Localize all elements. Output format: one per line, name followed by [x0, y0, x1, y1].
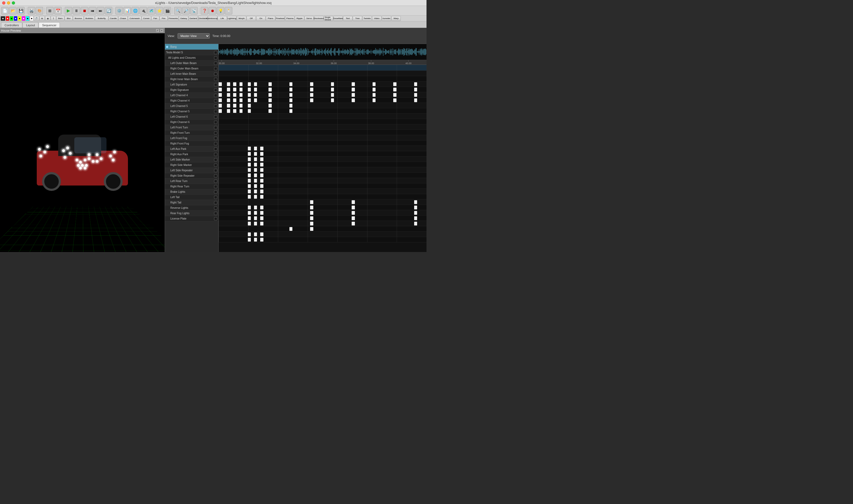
sequence-block[interactable]: [248, 93, 251, 97]
effect-4[interactable]: ■: [14, 16, 17, 21]
sequence-block[interactable]: [219, 104, 222, 108]
play-button[interactable]: ▶: [65, 7, 72, 15]
effect-47[interactable]: Warp: [391, 16, 401, 21]
sequence-block[interactable]: [219, 82, 222, 86]
effect-29[interactable]: Life: [217, 16, 227, 21]
channel-checkbox[interactable]: [214, 62, 217, 65]
sequence-block[interactable]: [260, 184, 263, 188]
sequence-row[interactable]: [219, 119, 427, 124]
sequence-block[interactable]: [254, 93, 257, 97]
sequence-block[interactable]: [373, 82, 376, 86]
sequence-block[interactable]: [310, 93, 313, 97]
sequence-block[interactable]: [248, 147, 251, 150]
sequence-block[interactable]: [331, 93, 334, 97]
effect-22[interactable]: Fan: [151, 16, 159, 21]
sequence-block[interactable]: [414, 222, 417, 226]
channel-checkbox[interactable]: [214, 217, 217, 220]
effect-42[interactable]: Text: [343, 16, 353, 21]
sequence-block[interactable]: [233, 98, 236, 102]
sequence-block[interactable]: [248, 104, 251, 108]
sequence-block[interactable]: [254, 195, 257, 199]
sequence-block[interactable]: [289, 82, 292, 86]
color-button[interactable]: 🎨: [36, 7, 43, 15]
effect-11[interactable]: ◈: [45, 16, 50, 21]
effect-5[interactable]: ■: [18, 16, 21, 21]
sequence-block[interactable]: [233, 88, 236, 91]
sequence-block[interactable]: [248, 216, 251, 220]
sequence-row[interactable]: [219, 87, 427, 92]
save-button[interactable]: 💾: [17, 7, 25, 15]
sequence-block[interactable]: [254, 174, 257, 177]
effect-8[interactable]: ■: [30, 16, 34, 21]
sequence-block[interactable]: [233, 93, 236, 97]
effect-15[interactable]: Bounce: [73, 16, 84, 21]
effect-33[interactable]: On: [256, 16, 266, 21]
effect-38[interactable]: Servo: [304, 16, 314, 21]
effect-21[interactable]: Comet: [142, 16, 151, 21]
sequence-row[interactable]: [219, 205, 427, 210]
sequence-block[interactable]: [260, 147, 263, 150]
channel-checkbox[interactable]: [214, 137, 217, 140]
sequence-block[interactable]: [260, 152, 263, 156]
timeline-grid[interactable]: 30.0032.0034.0036.0038.0040.0042.0044.00: [219, 44, 427, 252]
sequence-row[interactable]: [219, 82, 427, 87]
channel-checkbox[interactable]: [214, 142, 217, 145]
sequence-block[interactable]: [352, 88, 355, 91]
sequence-block[interactable]: [254, 157, 257, 161]
sequence-block[interactable]: [260, 205, 263, 209]
sequence-block[interactable]: [268, 82, 272, 86]
sequence-block[interactable]: [227, 104, 230, 108]
sequence-row[interactable]: [219, 141, 427, 146]
controller-button[interactable]: 📡: [190, 7, 198, 15]
sequence-block[interactable]: [227, 93, 230, 97]
effect-23[interactable]: Fire: [160, 16, 168, 21]
effect-18[interactable]: Candle: [109, 16, 118, 21]
channel-checkbox[interactable]: [214, 99, 217, 103]
channel-checkbox[interactable]: [214, 51, 217, 54]
forward-button[interactable]: ⏭: [97, 7, 104, 15]
channel-checkbox[interactable]: [214, 147, 217, 151]
sequence-block[interactable]: [248, 238, 251, 241]
effect-32[interactable]: Off: [247, 16, 256, 21]
effect-17[interactable]: Butterfly: [95, 16, 108, 21]
sequence-block[interactable]: [248, 195, 251, 199]
light-button[interactable]: 🕯️: [225, 7, 232, 15]
sequence-row[interactable]: [219, 221, 427, 226]
sequence-block[interactable]: [239, 109, 243, 113]
sequence-block[interactable]: [233, 109, 236, 113]
render-button[interactable]: 🎬: [164, 7, 171, 15]
sequence-block[interactable]: [289, 98, 292, 102]
sequence-block[interactable]: [254, 179, 257, 183]
effect-44[interactable]: Twinkle: [362, 16, 372, 21]
loop-button[interactable]: 🔄: [105, 7, 112, 15]
channel-checkbox[interactable]: [214, 196, 217, 199]
sequence-block[interactable]: [219, 93, 222, 97]
channel-checkbox[interactable]: [214, 121, 217, 124]
sequence-row[interactable]: [219, 237, 427, 242]
effect-12[interactable]: ⌇: [51, 16, 56, 21]
tab-controllers[interactable]: Controllers: [1, 22, 22, 28]
tab-layout[interactable]: Layout: [22, 22, 38, 28]
sequence-row[interactable]: [219, 173, 427, 178]
panel-resize-button[interactable]: ⤢: [156, 29, 159, 33]
sequence-row[interactable]: [219, 65, 427, 71]
channel-checkbox[interactable]: [214, 206, 217, 210]
channel-checkbox[interactable]: [214, 110, 217, 113]
channel-checkbox[interactable]: [214, 83, 217, 86]
sequence-row[interactable]: [219, 178, 427, 183]
sequence-block[interactable]: [254, 147, 257, 150]
sequence-row[interactable]: [219, 135, 427, 141]
sequence-block[interactable]: [260, 168, 263, 172]
network-button[interactable]: 🌐: [131, 7, 139, 15]
sequence-row[interactable]: [219, 157, 427, 162]
channel-checkbox[interactable]: [214, 153, 217, 156]
sequence-block[interactable]: [310, 205, 313, 209]
sequence-block[interactable]: [260, 195, 263, 199]
sequence-row[interactable]: [219, 232, 427, 237]
help-button[interactable]: ❓: [201, 7, 208, 15]
print-button[interactable]: 🖨️: [28, 7, 35, 15]
rewind-button[interactable]: ⏮: [89, 7, 96, 15]
sequence-block[interactable]: [352, 98, 355, 102]
sequence-block[interactable]: [414, 200, 417, 204]
sequence-block[interactable]: [260, 222, 263, 226]
